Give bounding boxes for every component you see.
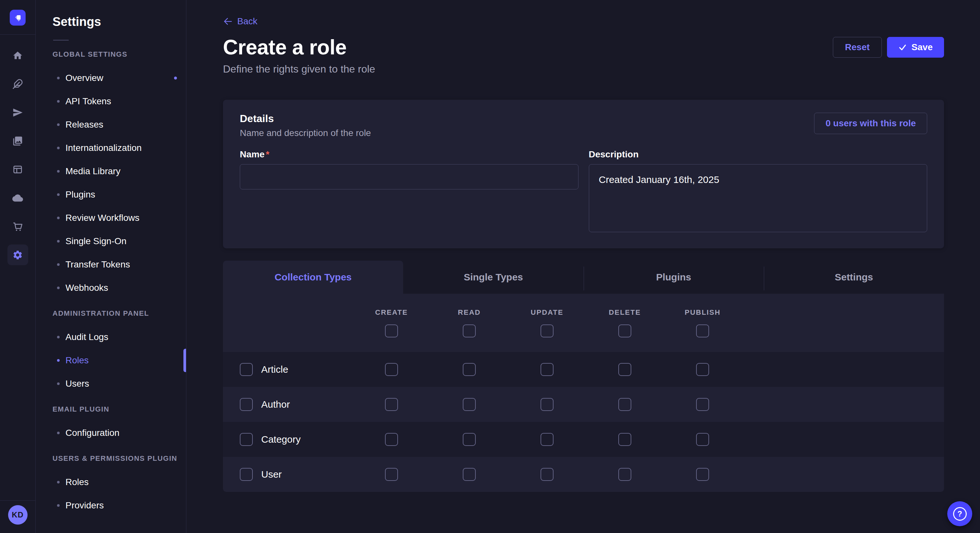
sidebar-item-audit-logs[interactable]: Audit Logs xyxy=(36,325,186,349)
nav-section-label: ADMINISTRATION PANEL xyxy=(52,309,186,318)
article-read-checkbox[interactable] xyxy=(463,363,476,376)
author-row-checkbox[interactable] xyxy=(240,398,253,411)
bullet-icon xyxy=(57,263,60,266)
user-avatar[interactable]: KD xyxy=(8,505,27,525)
page-subtitle: Define the rights given to the role xyxy=(223,63,944,75)
column-header-update: UPDATE xyxy=(531,308,563,317)
settings-gear-icon[interactable] xyxy=(8,244,28,265)
category-read-checkbox[interactable] xyxy=(463,433,476,446)
sidebar-item-api-tokens[interactable]: API Tokens xyxy=(36,90,186,113)
sidebar-item-users[interactable]: Users xyxy=(36,372,186,395)
bullet-icon xyxy=(57,504,60,507)
column-header-publish: PUBLISH xyxy=(685,308,721,317)
paper-plane-icon[interactable] xyxy=(8,102,28,123)
tab-settings[interactable]: Settings xyxy=(764,261,944,294)
bullet-icon xyxy=(57,431,60,434)
article-create-checkbox[interactable] xyxy=(385,363,398,376)
sidebar-item-configuration[interactable]: Configuration xyxy=(36,421,186,444)
role-description-textarea[interactable]: Created January 16th, 2025 xyxy=(589,164,928,232)
content-builder-feather-icon[interactable] xyxy=(8,73,28,94)
user-delete-checkbox[interactable] xyxy=(618,468,631,481)
tab-single-types[interactable]: Single Types xyxy=(403,261,583,294)
author-read-checkbox[interactable] xyxy=(463,398,476,411)
tab-collection-types[interactable]: Collection Types xyxy=(223,261,403,294)
sidebar-item-plugins[interactable]: Plugins xyxy=(36,183,186,206)
arrow-left-icon xyxy=(223,16,233,26)
question-mark-icon: ? xyxy=(953,507,967,521)
description-label: Description xyxy=(589,149,928,160)
bullet-icon xyxy=(57,336,60,338)
reset-button[interactable]: Reset xyxy=(833,37,881,58)
user-create-checkbox[interactable] xyxy=(385,468,398,481)
article-update-checkbox[interactable] xyxy=(541,363,554,376)
select-all-publish-checkbox[interactable] xyxy=(696,324,709,338)
category-row-checkbox[interactable] xyxy=(240,433,253,446)
required-asterisk: * xyxy=(266,149,269,159)
bullet-icon xyxy=(57,240,60,243)
column-header-delete: DELETE xyxy=(609,308,641,317)
author-publish-checkbox[interactable] xyxy=(696,398,709,411)
sidebar-item-releases[interactable]: Releases xyxy=(36,113,186,136)
strapi-logo[interactable] xyxy=(10,10,25,25)
save-button[interactable]: Save xyxy=(887,37,944,58)
back-link[interactable]: Back xyxy=(223,16,257,27)
nav-section-label: EMAIL PLUGIN xyxy=(52,405,186,414)
table-row-article: Article xyxy=(223,352,944,387)
sidebar-item-review-workflows[interactable]: Review Workflows xyxy=(36,206,186,230)
page-title: Create a role xyxy=(223,35,347,59)
sidebar-item-transfer-tokens[interactable]: Transfer Tokens xyxy=(36,253,186,276)
role-name-input[interactable] xyxy=(240,164,579,189)
article-publish-checkbox[interactable] xyxy=(696,363,709,376)
settings-nav-title: Settings xyxy=(52,15,186,29)
select-all-read-checkbox[interactable] xyxy=(463,324,476,338)
category-update-checkbox[interactable] xyxy=(541,433,554,446)
sidebar-item-roles-admin[interactable]: Roles xyxy=(36,349,186,372)
permissions-tabbar: Collection Types Single Types Plugins Se… xyxy=(223,261,944,294)
select-all-create-checkbox[interactable] xyxy=(385,324,398,338)
users-with-role-button[interactable]: 0 users with this role xyxy=(814,113,927,134)
bullet-icon xyxy=(57,124,60,126)
author-create-checkbox[interactable] xyxy=(385,398,398,411)
column-header-read: READ xyxy=(458,308,480,317)
sidebar-item-roles-up[interactable]: Roles xyxy=(36,471,186,494)
media-library-icon[interactable] xyxy=(8,130,28,151)
help-button[interactable]: ? xyxy=(947,501,972,526)
author-delete-checkbox[interactable] xyxy=(618,398,631,411)
cloud-icon[interactable] xyxy=(8,187,28,208)
nav-section-global-settings: GLOBAL SETTINGS Overview API Tokens Rele… xyxy=(36,50,186,300)
rail-bottom: KD xyxy=(0,500,36,533)
user-update-checkbox[interactable] xyxy=(541,468,554,481)
settings-nav: Settings GLOBAL SETTINGS Overview API To… xyxy=(36,0,186,533)
select-all-update-checkbox[interactable] xyxy=(541,324,554,338)
user-read-checkbox[interactable] xyxy=(463,468,476,481)
select-all-delete-checkbox[interactable] xyxy=(618,324,631,338)
table-row-category: Category xyxy=(223,422,944,457)
category-publish-checkbox[interactable] xyxy=(696,433,709,446)
layout-icon[interactable] xyxy=(8,159,28,180)
bullet-icon xyxy=(57,217,60,219)
sidebar-item-internationalization[interactable]: Internationalization xyxy=(36,136,186,160)
bullet-icon xyxy=(57,100,60,103)
permissions-table-header: CREATE READ UPDATE DELETE PUBLISH xyxy=(223,294,944,352)
sidebar-item-single-sign-on[interactable]: Single Sign-On xyxy=(36,230,186,253)
article-row-checkbox[interactable] xyxy=(240,363,253,376)
marketplace-cart-icon[interactable] xyxy=(8,216,28,237)
author-update-checkbox[interactable] xyxy=(541,398,554,411)
sidebar-item-providers[interactable]: Providers xyxy=(36,494,186,517)
table-row-author: Author xyxy=(223,387,944,422)
sidebar-item-webhooks[interactable]: Webhooks xyxy=(36,276,186,300)
category-delete-checkbox[interactable] xyxy=(618,433,631,446)
article-delete-checkbox[interactable] xyxy=(618,363,631,376)
name-field-group: Name* xyxy=(240,149,579,233)
nav-section-label: GLOBAL SETTINGS xyxy=(52,50,186,59)
home-icon[interactable] xyxy=(8,45,28,66)
column-header-create: CREATE xyxy=(375,308,408,317)
sidebar-item-overview[interactable]: Overview xyxy=(36,67,186,90)
user-row-checkbox[interactable] xyxy=(240,468,253,481)
sidebar-item-media-library[interactable]: Media Library xyxy=(36,160,186,183)
category-create-checkbox[interactable] xyxy=(385,433,398,446)
tab-plugins[interactable]: Plugins xyxy=(584,261,764,294)
check-icon xyxy=(898,43,907,51)
settings-nav-rule xyxy=(53,40,69,40)
user-publish-checkbox[interactable] xyxy=(696,468,709,481)
